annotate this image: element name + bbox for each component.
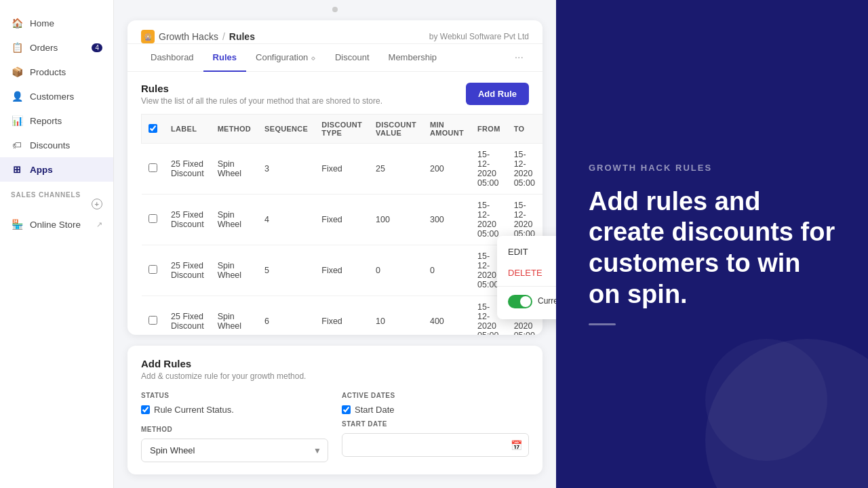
- row-sequence-1: 4: [258, 195, 315, 245]
- app-icon: 🎡: [141, 30, 155, 43]
- row-discount-type-3: Fixed: [315, 296, 369, 336]
- breadcrumb-link[interactable]: Growth Hacks: [159, 31, 218, 42]
- row-status-0: Active: [542, 144, 542, 195]
- tab-dashboard[interactable]: Dashborad: [141, 44, 203, 72]
- active-dates-label: ACTIVE DATES: [342, 392, 529, 399]
- row-min-amount-3: 400: [423, 296, 471, 336]
- row-min-amount-1: 300: [423, 195, 471, 245]
- col-to: TO: [507, 115, 542, 144]
- sidebar-item-home[interactable]: 🏠Home: [0, 11, 113, 35]
- orders-nav-icon: 📋: [11, 41, 23, 54]
- vendor-label: by Webkul Software Pvt Ltd: [429, 32, 529, 41]
- row-discount-type-0: Fixed: [315, 144, 369, 195]
- context-menu-edit[interactable]: EDIT: [497, 241, 556, 262]
- add-rule-button[interactable]: Add Rule: [466, 83, 529, 105]
- rules-table: LABEL METHOD SEQUENCE DISCOUNT TYPE DISC…: [141, 114, 542, 335]
- row-method-3: Spin Wheel: [211, 296, 258, 336]
- sidebar-item-label-products: Products: [30, 67, 66, 77]
- sidebar-item-label-home: Home: [30, 18, 54, 28]
- sidebar-item-apps[interactable]: ⊞Apps: [0, 157, 113, 182]
- context-menu-divider: [497, 286, 556, 287]
- tab-discount[interactable]: Discount: [326, 44, 379, 72]
- status-checkbox-row: Rule Current Status.: [141, 405, 328, 415]
- add-rules-section: Add Rules Add & customize rule for your …: [127, 346, 542, 474]
- add-rules-description: Add & customize rule for your growth met…: [141, 371, 529, 381]
- sidebar-item-label-customers: Customers: [30, 92, 74, 102]
- tabs-more-button[interactable]: ···: [509, 46, 529, 69]
- rules-title: Rules: [141, 83, 382, 94]
- calendar-icon[interactable]: 📅: [511, 440, 522, 451]
- row-discount-value-1: 100: [369, 195, 423, 245]
- select-all-checkbox[interactable]: [149, 124, 157, 133]
- sidebar: 🏠Home📋Orders4📦Products👤Customers📊Reports…: [0, 0, 114, 488]
- tab-rules[interactable]: Rules: [203, 44, 246, 72]
- start-date-checkbox-label: Start Date: [355, 405, 395, 415]
- context-menu-delete[interactable]: DELETE: [497, 262, 556, 283]
- rules-table-container: LABEL METHOD SEQUENCE DISCOUNT TYPE DISC…: [127, 114, 542, 335]
- sidebar-item-products[interactable]: 📦Products: [0, 60, 113, 84]
- table-row: 25 Fixed Discount Spin Wheel 4 Fixed 100…: [142, 195, 543, 245]
- row-checkbox-cell-3: [142, 296, 165, 336]
- row-to-0: 15-12-2020 05:00: [507, 144, 542, 195]
- sales-channels-label: SALES CHANNELS+: [0, 182, 113, 212]
- sidebar-item-label-online-store: Online Store: [30, 220, 81, 230]
- row-sequence-2: 5: [258, 245, 315, 296]
- row-min-amount-2: 0: [423, 245, 471, 296]
- start-date-wrapper: 15 Dec 2020, 05:00 📅: [342, 433, 529, 457]
- start-date-input[interactable]: 15 Dec 2020, 05:00: [342, 433, 529, 457]
- row-discount-type-2: Fixed: [315, 245, 369, 296]
- row-method-1: Spin Wheel: [211, 195, 258, 245]
- context-menu-toggle: Currently Active: [497, 289, 556, 314]
- toggle-label: Currently Active: [538, 296, 556, 307]
- row-discount-type-1: Fixed: [315, 195, 369, 245]
- row-checkbox-1[interactable]: [149, 214, 157, 223]
- row-checkbox-3[interactable]: [149, 316, 157, 325]
- row-label-1: 25 Fixed Discount: [164, 195, 211, 245]
- online-store-icon: 🏪: [11, 218, 23, 230]
- status-col: STATUS Rule Current Status. METHOD Spin …: [141, 392, 328, 462]
- method-select[interactable]: Spin Wheel Scratch Card: [141, 439, 328, 462]
- tabs-bar: DashboradRulesConfiguration ⬦DiscountMem…: [127, 44, 542, 72]
- right-panel-heading: Add rules and create discounts for custo…: [589, 186, 835, 310]
- status-label: STATUS: [141, 392, 328, 399]
- sidebar-item-reports[interactable]: 📊Reports: [0, 108, 113, 133]
- tab-membership[interactable]: Membership: [379, 44, 447, 72]
- row-checkbox-2[interactable]: [149, 265, 157, 274]
- panel-title: 🎡 Growth Hacks / Rules: [141, 30, 255, 43]
- row-min-amount-0: 200: [423, 144, 471, 195]
- customers-nav-icon: 👤: [11, 90, 23, 102]
- col-discount-value: DISCOUNT VALUE: [369, 115, 423, 144]
- col-from: FROM: [471, 115, 507, 144]
- decorative-circle-2: [705, 339, 827, 461]
- row-sequence-0: 3: [258, 144, 315, 195]
- sidebar-item-discounts[interactable]: 🏷Discounts: [0, 133, 113, 157]
- start-date-checkbox[interactable]: [342, 405, 351, 414]
- row-method-2: Spin Wheel: [211, 245, 258, 296]
- sales-channels-text: SALES CHANNELS: [11, 191, 81, 199]
- top-dot-indicator: [332, 7, 338, 12]
- main-panel: 🎡 Growth Hacks / Rules by Webkul Softwar…: [127, 20, 542, 335]
- row-checkbox-0[interactable]: [149, 163, 157, 172]
- active-toggle[interactable]: [508, 295, 532, 308]
- discounts-nav-icon: 🏷: [11, 139, 23, 151]
- row-checkbox-cell-0: [142, 144, 165, 195]
- context-menu: EDIT DELETE Currently Active: [497, 236, 556, 319]
- row-label-0: 25 Fixed Discount: [164, 144, 211, 195]
- apps-nav-icon: ⊞: [11, 163, 23, 176]
- orders-badge: 4: [92, 43, 102, 52]
- sidebar-item-customers[interactable]: 👤Customers: [0, 84, 113, 108]
- breadcrumb-current: Rules: [229, 31, 255, 42]
- row-label-2: 25 Fixed Discount: [164, 245, 211, 296]
- right-panel-category: GROWTH HACK RULES: [589, 163, 835, 173]
- active-dates-col: ACTIVE DATES Start Date Start date 15 De…: [342, 392, 529, 462]
- status-checkbox[interactable]: [141, 405, 150, 414]
- tab-configuration[interactable]: Configuration ⬦: [246, 44, 326, 72]
- add-sales-channel-button[interactable]: +: [92, 199, 102, 209]
- rules-header: Rules View the list of all the rules of …: [127, 72, 542, 114]
- sidebar-item-online-store[interactable]: 🏪 Online Store ↗: [0, 212, 113, 237]
- col-min-amount: MIN AMOUNT: [423, 115, 471, 144]
- table-row: 25 Fixed Discount Spin Wheel 3 Fixed 25 …: [142, 144, 543, 195]
- row-method-0: Spin Wheel: [211, 144, 258, 195]
- sidebar-item-orders[interactable]: 📋Orders4: [0, 35, 113, 60]
- col-method: METHOD: [211, 115, 258, 144]
